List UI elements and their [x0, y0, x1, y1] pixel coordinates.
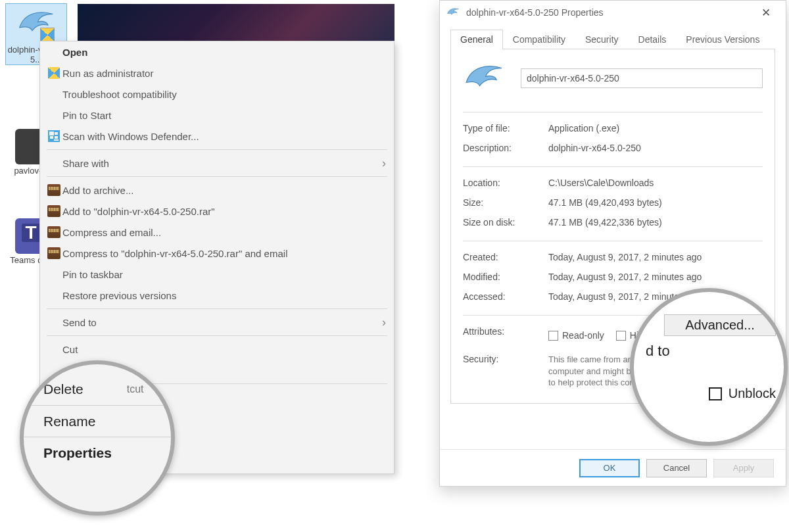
- menu-add-archive[interactable]: Add to archive...: [40, 180, 394, 201]
- menu-separator: [47, 176, 387, 177]
- menu-item-label: Compress and email...: [62, 227, 386, 238]
- menu-item-label: Pin to taskbar: [62, 269, 386, 280]
- menu-send-to[interactable]: Send to ›: [40, 312, 394, 333]
- type-label: Type of file:: [463, 123, 548, 133]
- location-label: Location:: [463, 178, 548, 188]
- dolphin-icon: [463, 61, 505, 95]
- menu-item-label: Open: [62, 47, 386, 58]
- modified-label: Modified:: [463, 272, 548, 282]
- size-value: 47.1 MB (49,420,493 bytes): [548, 197, 763, 208]
- checkbox-label: Read-only: [562, 330, 604, 341]
- tab-details[interactable]: Details: [629, 30, 677, 49]
- defender-icon: [48, 130, 60, 142]
- disk-label: Size on disk:: [463, 217, 548, 228]
- checkbox-label: Unblock: [729, 386, 776, 401]
- desktop-area: dolphin-vr-x64-5... pavlov-if-01 Teams d…: [0, 0, 394, 532]
- location-value: C:\Users\Cale\Downloads: [548, 178, 763, 188]
- magnified-rename[interactable]: Rename: [24, 405, 171, 437]
- description-value: dolphin-vr-x64-5.0-250: [548, 143, 763, 153]
- menu-item-label: Compress to "dolphin-vr-x64-5.0-250.rar"…: [62, 248, 386, 259]
- description-label: Description:: [463, 143, 548, 153]
- wallpaper-fragment: [78, 4, 394, 41]
- magnified-properties[interactable]: Properties: [24, 437, 171, 468]
- filename-input[interactable]: [521, 68, 763, 88]
- magnified-label: Rename: [43, 414, 95, 429]
- accessed-label: Accessed:: [463, 291, 548, 302]
- menu-item-label: Troubleshoot compatibility: [62, 89, 386, 100]
- archive-icon: [47, 247, 60, 259]
- checkbox-icon: [709, 387, 722, 400]
- chevron-right-icon: ›: [382, 157, 386, 170]
- menu-run-admin[interactable]: Run as administrator: [40, 62, 394, 84]
- tab-strip: General Compatibility Security Details P…: [450, 30, 775, 49]
- dialog-titlebar[interactable]: dolphin-vr-x64-5.0-250 Properties ✕: [440, 1, 786, 24]
- magnified-label: Properties: [43, 445, 112, 461]
- dialog-button-row: OK Cancel Apply: [440, 449, 786, 486]
- menu-restore-previous[interactable]: Restore previous versions: [40, 285, 394, 306]
- magnified-unblock-checkbox[interactable]: Unblock: [646, 386, 776, 401]
- tab-general[interactable]: General: [450, 30, 503, 49]
- menu-item-label: Cut: [62, 344, 386, 355]
- archive-icon: [47, 226, 60, 238]
- tab-compatibility[interactable]: Compatibility: [503, 30, 575, 49]
- modified-value: Today, August 9, 2017, 2 minutes ago: [548, 272, 763, 282]
- readonly-checkbox[interactable]: Read-only: [548, 330, 604, 341]
- disk-value: 47.1 MB (49,422,336 bytes): [548, 217, 763, 228]
- magnified-label: Delete: [43, 381, 84, 397]
- archive-icon: [47, 184, 60, 196]
- menu-open[interactable]: Open: [40, 41, 394, 62]
- menu-add-rar[interactable]: Add to "dolphin-vr-x64-5.0-250.rar": [40, 201, 394, 222]
- menu-separator: [47, 335, 387, 336]
- created-label: Created:: [463, 252, 548, 262]
- magnifier-right: Advanced... d to Unblock: [630, 288, 788, 446]
- checkbox-icon: [616, 331, 626, 341]
- menu-compress-email[interactable]: Compress and email...: [40, 222, 394, 243]
- menu-share-with[interactable]: Share with ›: [40, 153, 394, 174]
- menu-item-label: Restore previous versions: [62, 290, 386, 301]
- menu-item-label: Scan with Windows Defender...: [62, 131, 386, 142]
- menu-defender[interactable]: Scan with Windows Defender...: [40, 126, 394, 147]
- menu-cut[interactable]: Cut: [40, 339, 394, 360]
- attributes-label: Attributes:: [463, 326, 548, 345]
- created-value: Today, August 9, 2017, 2 minutes ago: [548, 252, 763, 262]
- menu-separator: [47, 149, 387, 150]
- tab-security[interactable]: Security: [575, 30, 629, 49]
- menu-item-label: Pin to Start: [62, 110, 386, 121]
- cancel-button[interactable]: Cancel: [646, 459, 707, 477]
- menu-item-label: Share with: [62, 158, 382, 169]
- close-button[interactable]: ✕: [753, 6, 779, 20]
- menu-compress-named[interactable]: Compress to "dolphin-vr-x64-5.0-250.rar"…: [40, 243, 394, 264]
- checkbox-icon: [548, 331, 558, 341]
- dialog-title: dolphin-vr-x64-5.0-250 Properties: [466, 7, 753, 18]
- type-value: Application (.exe): [548, 123, 763, 133]
- magnified-tail: tcut: [84, 383, 144, 395]
- magnified-text-fragment: d to: [646, 343, 776, 360]
- dolphin-icon: [446, 7, 461, 19]
- security-label: Security:: [463, 354, 548, 389]
- menu-item-label: Run as administrator: [62, 68, 386, 79]
- shield-icon: [48, 67, 60, 79]
- chevron-right-icon: ›: [382, 316, 386, 329]
- magnifier-left: Delete tcut Rename Properties: [20, 360, 175, 516]
- magnified-advanced-button[interactable]: Advanced...: [664, 314, 776, 336]
- tab-previous[interactable]: Previous Versions: [676, 30, 769, 49]
- menu-item-label: Add to "dolphin-vr-x64-5.0-250.rar": [62, 206, 386, 217]
- ok-button[interactable]: OK: [579, 459, 640, 477]
- menu-separator: [47, 308, 387, 309]
- menu-item-label: Add to archive...: [62, 185, 386, 196]
- archive-icon: [47, 205, 60, 217]
- apply-button[interactable]: Apply: [713, 459, 774, 477]
- menu-troubleshoot[interactable]: Troubleshoot compatibility: [40, 84, 394, 105]
- menu-pin-taskbar[interactable]: Pin to taskbar: [40, 264, 394, 285]
- uac-shield-overlay-icon: [40, 28, 55, 42]
- menu-pin-start[interactable]: Pin to Start: [40, 105, 394, 126]
- menu-item-label: Send to: [62, 317, 382, 328]
- size-label: Size:: [463, 197, 548, 208]
